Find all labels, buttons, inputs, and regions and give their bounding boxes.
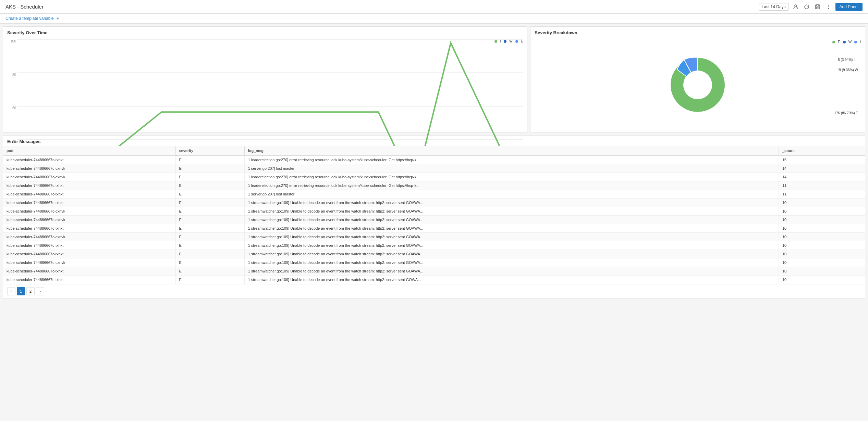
table-header: pod severity log_msg _count xyxy=(3,146,865,155)
refresh-icon[interactable] xyxy=(803,3,811,11)
header-controls: Last 14 Days Add Panel xyxy=(759,3,863,11)
cell-count: 10 xyxy=(779,199,865,207)
cell-count: 10 xyxy=(779,267,865,276)
header: AKS - Scheduler Last 14 Days Add Panel xyxy=(0,0,868,14)
cell-pod: kube-scheduler-744886667c-cxnvk xyxy=(3,216,175,224)
cell-log-msg: 1 leaderelection.go:270] error retrievin… xyxy=(244,181,779,190)
cell-log-msg: 1 server.go:207] lost master xyxy=(244,164,779,173)
cell-severity: E xyxy=(175,181,244,190)
time-range-picker[interactable]: Last 14 Days xyxy=(759,3,789,11)
cell-count: 10 xyxy=(779,233,865,241)
page-title: AKS - Scheduler xyxy=(5,4,44,10)
cell-pod: kube-scheduler-744886667c-txhxt xyxy=(3,267,175,276)
cell-count: 11 xyxy=(779,181,865,190)
cell-log-msg: 1 server.go:207] lost master xyxy=(244,190,779,199)
svg-point-6 xyxy=(828,8,829,9)
cell-log-msg: 1 streamwatcher.go:109] Unable to decode… xyxy=(244,233,779,241)
donut-svg xyxy=(663,51,732,119)
col-header-count: _count xyxy=(779,146,865,155)
legend-label-w: W xyxy=(509,39,512,43)
cell-pod: kube-scheduler-744886667c-txhxt xyxy=(3,190,175,199)
svg-rect-2 xyxy=(817,5,819,6)
donut-legend-dot-w xyxy=(843,41,846,43)
table-row: kube-scheduler-744886667c-cxnvkE1 stream… xyxy=(3,233,865,241)
cell-count: 10 xyxy=(779,216,865,224)
cell-severity: E xyxy=(175,207,244,216)
cell-pod: kube-scheduler-744886667c-cxnvk xyxy=(3,233,175,241)
table-row: kube-scheduler-744886667c-cxnvkE1 stream… xyxy=(3,258,865,267)
cell-log-msg: 1 streamwatcher.go:109] Unable to decode… xyxy=(244,241,779,250)
severity-over-time-title: Severity Over Time xyxy=(3,27,527,37)
cell-log-msg: 1 streamwatcher.go:109] Unable to decode… xyxy=(244,258,779,267)
cell-pod: kube-scheduler-744886667c-txhxt xyxy=(3,276,175,284)
cell-pod: kube-scheduler-744886667c-txhxt xyxy=(3,199,175,207)
cell-pod: kube-scheduler-744886667c-txhxt xyxy=(3,155,175,164)
cell-severity: E xyxy=(175,224,244,233)
col-header-severity: severity xyxy=(175,146,244,155)
cell-log-msg: 1 leaderelection.go:270] error retrievin… xyxy=(244,173,779,181)
table-row: kube-scheduler-744886667c-txhxtE1 stream… xyxy=(3,276,865,284)
cell-log-msg: 1 streamwatcher.go:109] Unable to decode… xyxy=(244,267,779,276)
cell-log-msg: 1 streamwatcher.go:109] Unable to decode… xyxy=(244,216,779,224)
chart-legend: I W E xyxy=(494,39,523,43)
cell-severity: E xyxy=(175,216,244,224)
table-body: kube-scheduler-744886667c-txhxtE1 leader… xyxy=(3,155,865,284)
create-template-variable-link[interactable]: Create a template variable xyxy=(5,16,54,21)
donut-legend-dot-e xyxy=(832,41,835,43)
cell-severity: E xyxy=(175,199,244,207)
legend-label-e: E xyxy=(521,39,523,43)
donut-label-w: 19 (9.36%) W xyxy=(837,68,858,72)
cell-log-msg: 1 streamwatcher.go:109] Unable to decode… xyxy=(244,250,779,258)
cell-severity: E xyxy=(175,267,244,276)
svg-point-4 xyxy=(828,4,829,5)
donut-legend-label-e: E xyxy=(838,40,840,44)
severity-over-time-panel: Severity Over Time I W E 100 80 60 40 20 xyxy=(3,26,527,132)
cell-log-msg: 1 streamwatcher.go:109] Unable to decode… xyxy=(244,276,779,284)
table-row: kube-scheduler-744886667c-txhxtE1 stream… xyxy=(3,199,865,207)
svg-rect-3 xyxy=(816,7,819,9)
legend-dot-w xyxy=(504,40,506,43)
donut-legend-label-i: I xyxy=(860,40,861,44)
svg-point-5 xyxy=(828,6,829,7)
cell-count: 11 xyxy=(779,190,865,199)
table-row: kube-scheduler-744886667c-cxnvkE1 stream… xyxy=(3,207,865,216)
error-messages-panel: Error Messages pod severity log_msg _cou… xyxy=(3,135,865,298)
col-header-log-msg: log_msg xyxy=(244,146,779,155)
user-icon[interactable] xyxy=(792,3,800,11)
cell-count: 10 xyxy=(779,241,865,250)
cell-log-msg: 1 streamwatcher.go:109] Unable to decode… xyxy=(244,199,779,207)
page-1-button[interactable]: 1 xyxy=(17,287,25,295)
table-row: kube-scheduler-744886667c-txhxtE1 stream… xyxy=(3,241,865,250)
more-icon[interactable] xyxy=(824,3,833,11)
donut-legend-dot-i xyxy=(854,41,857,43)
legend-dot-i xyxy=(494,40,497,43)
table-row: kube-scheduler-744886667c-txhxtE1 server… xyxy=(3,190,865,199)
save-icon[interactable] xyxy=(814,3,822,11)
cell-severity: E xyxy=(175,258,244,267)
col-header-pod: pod xyxy=(3,146,175,155)
cell-severity: E xyxy=(175,155,244,164)
add-template-icon[interactable]: + xyxy=(57,16,59,21)
page-2-button[interactable]: 2 xyxy=(26,287,35,295)
donut-label-i: 8 (3.94%) I xyxy=(838,58,855,62)
next-page-button[interactable]: › xyxy=(36,287,44,295)
cell-severity: E xyxy=(175,190,244,199)
table-row: kube-scheduler-744886667c-txhxtE1 leader… xyxy=(3,181,865,190)
cell-severity: E xyxy=(175,173,244,181)
table-row: kube-scheduler-744886667c-txhxtE1 stream… xyxy=(3,267,865,276)
svg-point-14 xyxy=(683,71,712,99)
svg-point-0 xyxy=(795,5,797,7)
add-panel-button[interactable]: Add Panel xyxy=(835,3,863,11)
cell-count: 10 xyxy=(779,224,865,233)
donut-chart-area: E W I 8 (3.94%) I xyxy=(530,37,865,132)
cell-severity: E xyxy=(175,164,244,173)
cell-log-msg: 1 streamwatcher.go:109] Unable to decode… xyxy=(244,207,779,216)
donut-legend: E W I xyxy=(832,40,861,44)
cell-count: 10 xyxy=(779,258,865,267)
table-container[interactable]: pod severity log_msg _count kube-schedul… xyxy=(3,146,865,284)
severity-breakdown-title: Severity Breakdown xyxy=(530,27,865,37)
prev-page-button[interactable]: ‹ xyxy=(7,287,15,295)
donut-legend-label-w: W xyxy=(848,40,852,44)
cell-pod: kube-scheduler-744886667c-txhxt xyxy=(3,241,175,250)
table-row: kube-scheduler-744886667c-cxnvkE1 leader… xyxy=(3,173,865,181)
